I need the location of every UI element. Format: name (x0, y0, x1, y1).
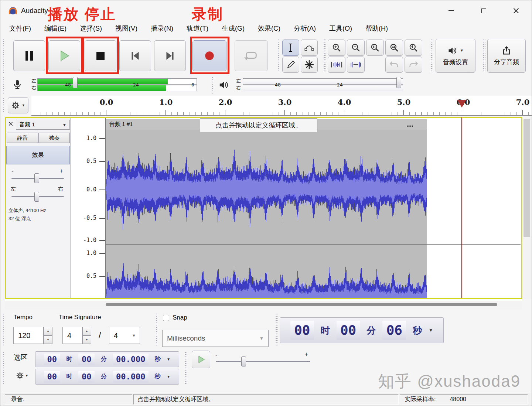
effects-button[interactable]: 效果 (6, 146, 70, 164)
time-minutes[interactable]: 00 (337, 321, 360, 340)
toolbar-grip[interactable] (3, 351, 5, 385)
skip-to-start-button[interactable] (119, 40, 151, 71)
time-display[interactable]: 00 时 00 分 06 秒 ▼ (280, 317, 444, 343)
timesig-numerator-input[interactable]: 4 (62, 327, 82, 344)
zoom-in-button[interactable] (328, 40, 345, 56)
snap-checkbox[interactable] (163, 315, 169, 321)
play-at-speed-button[interactable] (192, 351, 210, 368)
multi-tool-button[interactable] (301, 57, 318, 73)
toolbar-grip[interactable] (3, 313, 5, 347)
record-level-slider[interactable] (73, 77, 78, 88)
toolbar-grip[interactable] (483, 39, 485, 73)
pause-button[interactable] (13, 40, 45, 71)
snap-unit-dropdown[interactable]: Milliseconds ▼ (162, 330, 269, 347)
menu-help[interactable]: 帮助(H) (365, 24, 388, 33)
sel-end-seconds[interactable]: 00.000 (113, 371, 149, 383)
close-button[interactable] (507, 3, 525, 18)
menu-analyze[interactable]: 分析(A) (294, 24, 316, 33)
tempo-input[interactable]: 120 (13, 327, 44, 344)
chevron-down-icon[interactable]: ▼ (167, 375, 170, 379)
chevron-down-icon[interactable]: ▼ (429, 328, 433, 333)
sel-end-minutes[interactable]: 00 (78, 371, 95, 383)
toolbar-grip[interactable] (275, 313, 278, 347)
vruler-tick (99, 240, 105, 241)
undo-button[interactable] (385, 57, 403, 73)
skip-to-end-button[interactable] (154, 40, 186, 71)
menu-tracks[interactable]: 轨道(T) (187, 24, 208, 33)
toolbar-grip[interactable] (277, 39, 280, 73)
minimize-button[interactable] (442, 3, 460, 18)
redo-button[interactable] (405, 57, 422, 73)
track-name-dropdown[interactable]: 音频 1 ▼ (16, 120, 70, 130)
vertical-scrollbar-thumb[interactable] (524, 119, 530, 237)
time-hours[interactable]: 00 (290, 321, 314, 340)
zoom-fit-button[interactable] (385, 40, 403, 56)
menu-generate[interactable]: 生成(G) (222, 24, 245, 33)
sel-start-seconds[interactable]: 00.000 (113, 354, 149, 365)
playback-meter-bar-left[interactable] (243, 78, 403, 85)
solo-button[interactable]: 独奏 (38, 133, 70, 143)
toolbar-grip[interactable] (184, 351, 187, 385)
audio-setup-button[interactable]: ▼ 音频设置 (436, 39, 475, 73)
toolbar-grip[interactable] (323, 39, 326, 73)
zoom-out-button[interactable] (347, 40, 365, 56)
playhead-marker[interactable] (457, 100, 466, 108)
stop-button[interactable] (85, 40, 116, 71)
share-audio-button[interactable]: 分享音频 (487, 39, 526, 73)
waveform[interactable] (106, 130, 427, 298)
loop-button[interactable] (235, 40, 268, 71)
zoom-selection-button[interactable] (366, 40, 384, 56)
chevron-down-icon[interactable]: ▼ (167, 357, 170, 361)
timeline-options-button[interactable]: ▼ (8, 97, 28, 113)
selection-tool-button[interactable] (282, 40, 299, 56)
play-speed-slider[interactable] (241, 356, 246, 366)
menu-transport[interactable]: 播录(N) (151, 24, 173, 33)
clip-menu-button[interactable]: ... (407, 119, 413, 129)
playback-level-slider[interactable] (396, 77, 401, 88)
menu-effect[interactable]: 效果(C) (258, 24, 280, 33)
pan-slider[interactable] (34, 192, 39, 202)
effects-label: 效果 (32, 151, 44, 159)
gain-slider[interactable] (34, 173, 39, 183)
mute-button[interactable]: 静音 (7, 133, 38, 143)
menu-file[interactable]: 文件(F) (9, 24, 31, 33)
toolbar-grip[interactable] (212, 76, 214, 93)
toolbar-grip[interactable] (430, 39, 433, 73)
toolbar-grip[interactable] (156, 313, 158, 347)
tempo-label: Tempo (14, 314, 33, 321)
trim-audio-button[interactable] (328, 57, 345, 73)
sel-start-minutes[interactable]: 00 (78, 354, 95, 365)
spin-up-icon[interactable]: ▲ (82, 327, 91, 335)
zoom-toggle-button[interactable] (405, 40, 422, 56)
play-button[interactable] (48, 40, 80, 71)
spin-down-icon[interactable]: ▼ (82, 335, 91, 344)
horizontal-scrollbar-thumb[interactable] (106, 303, 497, 306)
timesig-denominator-dropdown[interactable]: 4 ▼ (109, 327, 140, 344)
draw-tool-button[interactable] (282, 57, 299, 73)
menu-select[interactable]: 选择(S) (80, 24, 102, 33)
share-audio-label: 分享音频 (494, 58, 519, 66)
record-button[interactable] (192, 40, 226, 71)
maximize-icon (481, 8, 486, 13)
sel-start-hours[interactable]: 00 (44, 354, 60, 365)
timesig-spinner[interactable]: ▲ ▼ (82, 327, 91, 344)
time-seconds[interactable]: 06 (382, 321, 406, 340)
track-close-button[interactable] (8, 121, 14, 127)
menu-edit[interactable]: 编辑(E) (44, 24, 66, 33)
selection-settings-button[interactable]: ▼ (14, 368, 30, 383)
toolbar-grip[interactable] (3, 38, 5, 73)
envelope-tool-button[interactable] (301, 40, 318, 56)
sel-end-hours[interactable]: 00 (44, 371, 60, 383)
menu-tools[interactable]: 工具(O) (329, 24, 352, 33)
tempo-spinner[interactable]: ▲ ▼ (44, 327, 52, 344)
playback-meter-bar-right[interactable] (243, 85, 403, 91)
toolbar-grip[interactable] (3, 97, 5, 113)
spin-up-icon[interactable]: ▲ (44, 327, 52, 335)
selection-end-field[interactable]: 00 时 00 分 00.000 秒 ▼ (35, 369, 179, 385)
toolbar-grip[interactable] (3, 76, 5, 93)
selection-start-field[interactable]: 00 时 00 分 00.000 秒 ▼ (35, 351, 179, 367)
menu-view[interactable]: 视图(V) (115, 24, 137, 33)
silence-audio-button[interactable] (347, 57, 365, 73)
maximize-button[interactable] (475, 3, 492, 18)
spin-down-icon[interactable]: ▼ (44, 335, 52, 344)
